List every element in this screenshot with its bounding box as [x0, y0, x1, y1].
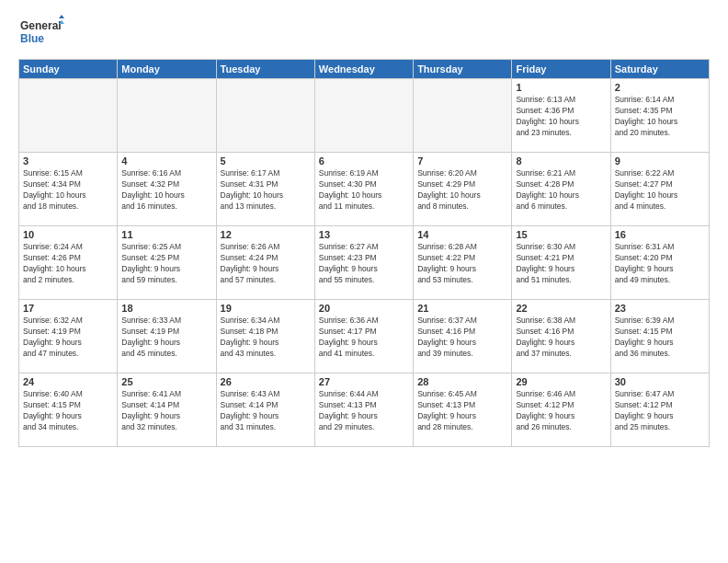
day-info: Sunrise: 6:47 AM Sunset: 4:12 PM Dayligh…: [615, 389, 705, 433]
calendar-header-wednesday: Wednesday: [314, 60, 413, 79]
day-info: Sunrise: 6:31 AM Sunset: 4:20 PM Dayligh…: [615, 242, 705, 286]
calendar-week-1: 3Sunrise: 6:15 AM Sunset: 4:34 PM Daylig…: [19, 153, 710, 226]
day-info: Sunrise: 6:33 AM Sunset: 4:19 PM Dayligh…: [121, 316, 211, 360]
day-info: Sunrise: 6:30 AM Sunset: 4:21 PM Dayligh…: [516, 242, 606, 286]
day-info: Sunrise: 6:24 AM Sunset: 4:26 PM Dayligh…: [23, 242, 113, 286]
calendar-cell: 20Sunrise: 6:36 AM Sunset: 4:17 PM Dayli…: [314, 300, 413, 373]
header: General Blue: [18, 15, 710, 52]
day-info: Sunrise: 6:19 AM Sunset: 4:30 PM Dayligh…: [319, 168, 409, 213]
day-number: 1: [516, 82, 606, 93]
day-info: Sunrise: 6:13 AM Sunset: 4:36 PM Dayligh…: [516, 95, 606, 139]
day-number: 7: [417, 155, 507, 167]
day-info: Sunrise: 6:34 AM Sunset: 4:18 PM Dayligh…: [221, 316, 311, 360]
calendar-header-monday: Monday: [118, 60, 216, 79]
day-info: Sunrise: 6:16 AM Sunset: 4:32 PM Dayligh…: [121, 168, 211, 213]
day-info: Sunrise: 6:40 AM Sunset: 4:15 PM Dayligh…: [23, 389, 113, 433]
day-info: Sunrise: 6:17 AM Sunset: 4:31 PM Dayligh…: [221, 168, 311, 213]
logo-svg: General Blue: [18, 15, 64, 52]
day-info: Sunrise: 6:14 AM Sunset: 4:35 PM Dayligh…: [615, 95, 705, 139]
calendar-cell: 28Sunrise: 6:45 AM Sunset: 4:13 PM Dayli…: [414, 373, 512, 447]
day-info: Sunrise: 6:41 AM Sunset: 4:14 PM Dayligh…: [121, 389, 211, 433]
calendar-cell: 6Sunrise: 6:19 AM Sunset: 4:30 PM Daylig…: [314, 153, 413, 226]
calendar-cell: 27Sunrise: 6:44 AM Sunset: 4:13 PM Dayli…: [314, 373, 413, 447]
calendar-cell: 16Sunrise: 6:31 AM Sunset: 4:20 PM Dayli…: [610, 226, 709, 300]
calendar-cell: 3Sunrise: 6:15 AM Sunset: 4:34 PM Daylig…: [19, 153, 118, 226]
day-info: Sunrise: 6:27 AM Sunset: 4:23 PM Dayligh…: [319, 242, 409, 286]
day-info: Sunrise: 6:26 AM Sunset: 4:24 PM Dayligh…: [221, 242, 311, 286]
calendar-cell: [118, 79, 216, 153]
day-number: 11: [121, 229, 211, 240]
day-number: 9: [615, 155, 705, 167]
calendar-cell: 15Sunrise: 6:30 AM Sunset: 4:21 PM Dayli…: [512, 226, 610, 300]
day-number: 16: [615, 229, 705, 240]
calendar-cell: [19, 79, 118, 153]
day-info: Sunrise: 6:22 AM Sunset: 4:27 PM Dayligh…: [615, 168, 705, 213]
day-info: Sunrise: 6:44 AM Sunset: 4:13 PM Dayligh…: [319, 389, 409, 433]
day-number: 19: [221, 303, 311, 314]
day-info: Sunrise: 6:46 AM Sunset: 4:12 PM Dayligh…: [516, 389, 606, 433]
day-info: Sunrise: 6:20 AM Sunset: 4:29 PM Dayligh…: [417, 168, 507, 213]
calendar-table: SundayMondayTuesdayWednesdayThursdayFrid…: [18, 59, 710, 447]
day-number: 20: [319, 303, 409, 314]
calendar-cell: 17Sunrise: 6:32 AM Sunset: 4:19 PM Dayli…: [19, 300, 118, 373]
day-number: 29: [516, 376, 606, 387]
svg-marker-2: [59, 15, 64, 18]
day-info: Sunrise: 6:28 AM Sunset: 4:22 PM Dayligh…: [417, 242, 507, 286]
calendar-cell: 9Sunrise: 6:22 AM Sunset: 4:27 PM Daylig…: [610, 153, 709, 226]
calendar-cell: 21Sunrise: 6:37 AM Sunset: 4:16 PM Dayli…: [414, 300, 512, 373]
day-number: 17: [23, 303, 113, 314]
calendar-week-0: 1Sunrise: 6:13 AM Sunset: 4:36 PM Daylig…: [19, 79, 710, 153]
page: General Blue SundayMondayTuesdayWednesda…: [0, 0, 728, 563]
day-number: 12: [221, 229, 311, 240]
calendar-cell: 1Sunrise: 6:13 AM Sunset: 4:36 PM Daylig…: [512, 79, 610, 153]
day-number: 15: [516, 229, 606, 240]
calendar-header-row: SundayMondayTuesdayWednesdayThursdayFrid…: [19, 60, 710, 79]
day-number: 14: [417, 229, 507, 240]
day-number: 18: [121, 303, 211, 314]
calendar-header-saturday: Saturday: [610, 60, 709, 79]
calendar-cell: 11Sunrise: 6:25 AM Sunset: 4:25 PM Dayli…: [118, 226, 216, 300]
day-info: Sunrise: 6:38 AM Sunset: 4:16 PM Dayligh…: [516, 316, 606, 360]
day-number: 27: [319, 376, 409, 387]
day-number: 22: [516, 303, 606, 314]
day-info: Sunrise: 6:21 AM Sunset: 4:28 PM Dayligh…: [516, 168, 606, 213]
day-number: 26: [221, 376, 311, 387]
day-number: 28: [417, 376, 507, 387]
calendar-cell: [414, 79, 512, 153]
calendar-week-2: 10Sunrise: 6:24 AM Sunset: 4:26 PM Dayli…: [19, 226, 710, 300]
calendar-cell: 4Sunrise: 6:16 AM Sunset: 4:32 PM Daylig…: [118, 153, 216, 226]
calendar-cell: 30Sunrise: 6:47 AM Sunset: 4:12 PM Dayli…: [610, 373, 709, 447]
calendar-header-sunday: Sunday: [19, 60, 118, 79]
day-number: 6: [319, 155, 409, 167]
calendar-header-friday: Friday: [512, 60, 610, 79]
day-number: 4: [121, 155, 211, 167]
day-number: 2: [615, 82, 705, 93]
day-number: 8: [516, 155, 606, 167]
calendar-cell: 8Sunrise: 6:21 AM Sunset: 4:28 PM Daylig…: [512, 153, 610, 226]
day-number: 5: [221, 155, 311, 167]
calendar-cell: 19Sunrise: 6:34 AM Sunset: 4:18 PM Dayli…: [216, 300, 314, 373]
day-number: 30: [615, 376, 705, 387]
svg-text:Blue: Blue: [20, 32, 44, 45]
logo: General Blue: [18, 15, 64, 52]
day-info: Sunrise: 6:36 AM Sunset: 4:17 PM Dayligh…: [319, 316, 409, 360]
day-number: 21: [417, 303, 507, 314]
calendar-week-3: 17Sunrise: 6:32 AM Sunset: 4:19 PM Dayli…: [19, 300, 710, 373]
calendar-cell: 5Sunrise: 6:17 AM Sunset: 4:31 PM Daylig…: [216, 153, 314, 226]
day-number: 25: [121, 376, 211, 387]
calendar-cell: 24Sunrise: 6:40 AM Sunset: 4:15 PM Dayli…: [19, 373, 118, 447]
svg-text:General: General: [20, 19, 62, 32]
calendar-cell: 12Sunrise: 6:26 AM Sunset: 4:24 PM Dayli…: [216, 226, 314, 300]
calendar-cell: 2Sunrise: 6:14 AM Sunset: 4:35 PM Daylig…: [610, 79, 709, 153]
day-info: Sunrise: 6:43 AM Sunset: 4:14 PM Dayligh…: [221, 389, 311, 433]
day-info: Sunrise: 6:39 AM Sunset: 4:15 PM Dayligh…: [615, 316, 705, 360]
day-number: 24: [23, 376, 113, 387]
day-info: Sunrise: 6:45 AM Sunset: 4:13 PM Dayligh…: [417, 389, 507, 433]
calendar-header-thursday: Thursday: [414, 60, 512, 79]
day-number: 10: [23, 229, 113, 240]
calendar-cell: 22Sunrise: 6:38 AM Sunset: 4:16 PM Dayli…: [512, 300, 610, 373]
calendar-cell: 13Sunrise: 6:27 AM Sunset: 4:23 PM Dayli…: [314, 226, 413, 300]
calendar-cell: 7Sunrise: 6:20 AM Sunset: 4:29 PM Daylig…: [414, 153, 512, 226]
calendar-cell: 18Sunrise: 6:33 AM Sunset: 4:19 PM Dayli…: [118, 300, 216, 373]
day-info: Sunrise: 6:15 AM Sunset: 4:34 PM Dayligh…: [23, 168, 113, 213]
